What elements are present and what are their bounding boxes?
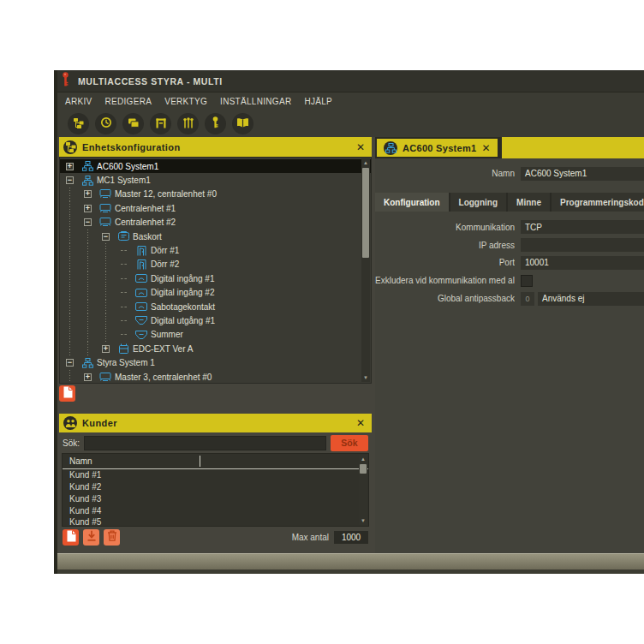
scrollbar[interactable]: ▲ ▼ — [359, 455, 367, 525]
list-item-kund-5[interactable]: Kund #5 — [63, 516, 368, 527]
tree-guide — [66, 271, 84, 285]
scrollbar[interactable]: ▲ ▼ — [361, 158, 370, 382]
detail-tab[interactable]: AC600 System1 ✕ — [375, 137, 499, 158]
tree-item-digital-ing-ng-1[interactable]: Digital ingång #1 — [60, 271, 371, 285]
list-item-kund-1[interactable]: Kund #1 — [63, 469, 368, 481]
leaf-connector — [120, 264, 134, 265]
column-header-row[interactable]: Namn — [63, 454, 368, 469]
tree-guide — [102, 271, 120, 285]
menu-item-arkiv[interactable]: ARKIV — [65, 97, 92, 106]
collapse-icon[interactable]: − — [102, 233, 116, 241]
tree-item-d-rr-2[interactable]: Dörr #2 — [60, 258, 371, 271]
expand-icon[interactable]: + — [66, 163, 80, 170]
global-antipassback-count[interactable]: 0 — [521, 292, 534, 306]
menu-item-redigera[interactable]: REDIGERA — [105, 97, 152, 106]
tree-item-centralenhet-2[interactable]: −Centralenhet #2 — [60, 216, 371, 230]
new-document-button[interactable] — [63, 529, 79, 546]
leaf-connector — [120, 292, 134, 293]
tree-item-styra-system-1[interactable]: −Styra System 1 — [60, 355, 371, 369]
tree-item-ac600-system1[interactable]: +AC600 System1 — [60, 159, 371, 173]
leaf-connector — [120, 320, 134, 321]
expand-icon[interactable]: + — [84, 205, 98, 212]
tree-item-digital-ing-ng-2[interactable]: Digital ingång #2 — [60, 286, 371, 300]
gate-icon — [155, 117, 167, 131]
input-icon — [134, 289, 148, 297]
expand-icon[interactable]: + — [84, 190, 98, 198]
customers-panel: Kunder ✕ Sök: Sök Namn Kund #1Kund #2Kun… — [59, 414, 372, 548]
tab-loggning[interactable]: Loggning — [450, 193, 507, 212]
list-item-kund-4[interactable]: Kund #4 — [63, 504, 368, 516]
customer-rows: Kund #1Kund #2Kund #3Kund #4Kund #5 — [63, 469, 368, 527]
scroll-thumb[interactable] — [360, 464, 367, 474]
tree-item-digital-utg-ng-1[interactable]: Digital utgång #1 — [60, 313, 371, 327]
close-icon[interactable]: ✕ — [481, 143, 490, 153]
close-icon[interactable]: ✕ — [356, 142, 365, 152]
tree-guide — [66, 370, 84, 384]
toolbar-button-tree[interactable] — [68, 113, 89, 134]
tree-item-baskort[interactable]: −Baskort — [60, 230, 371, 243]
tree-item-d-rr-1[interactable]: Dörr #1 — [60, 243, 371, 257]
settings-fields: KommunikationTCPIP adressPort10001Exklud… — [375, 218, 644, 307]
scroll-down-icon[interactable]: ▼ — [359, 516, 367, 525]
collapse-icon[interactable]: − — [66, 176, 80, 184]
tree-item-label: Summer — [151, 330, 183, 339]
new-document-icon — [66, 530, 76, 545]
column-divider[interactable] — [200, 456, 200, 467]
page: { "titlebar": { "title": "MULTIACCESS ST… — [0, 0, 644, 644]
toolbar-button-key[interactable] — [205, 113, 226, 134]
expand-icon[interactable]: + — [102, 345, 116, 353]
board-icon — [116, 231, 130, 242]
input-icon — [134, 302, 148, 311]
column-header-namn: Namn — [69, 456, 92, 466]
search-button[interactable]: Sök — [331, 435, 368, 451]
port-field[interactable]: 10001 — [521, 256, 644, 270]
menu-item-verktyg[interactable]: VERKTYG — [164, 97, 207, 106]
device-config-panel: Enhetskonfiguration ✕ ▲ ▼ +AC600 System1… — [59, 137, 372, 384]
import-button[interactable] — [83, 529, 99, 546]
toolbar-button-gate[interactable] — [150, 113, 171, 134]
tab-programmeringskod[interactable]: Programmeringskod — [552, 193, 644, 212]
new-device-button[interactable] — [59, 385, 75, 402]
tree-item-master-3-centralenhet-0[interactable]: +Master 3, centralenhet #0 — [60, 370, 371, 384]
tree-item-centralenhet-1[interactable]: +Centralenhet #1 — [60, 201, 371, 215]
scroll-thumb[interactable] — [362, 168, 369, 258]
toolbar-button-keys[interactable] — [177, 113, 199, 134]
device-panel-header: Enhetskonfiguration ✕ — [59, 137, 372, 157]
tree-item-label: EDC-EXT Ver A — [133, 344, 193, 354]
tree-item-label: Master 12, centralenhet #0 — [115, 189, 217, 199]
search-input[interactable] — [84, 436, 326, 450]
statusbar — [57, 553, 644, 569]
menu-item-inst-llningar[interactable]: INSTÄLLNINGAR — [220, 97, 291, 106]
tree-item-mc1-system1[interactable]: −MC1 System1 — [60, 173, 371, 187]
tree-item-master-12-centralenhet-0[interactable]: +Master 12, centralenhet #0 — [60, 188, 371, 201]
menu-item-hj-lp[interactable]: HJÄLP — [304, 97, 332, 106]
collapse-icon[interactable]: − — [84, 218, 98, 226]
tree-item-sabotagekontakt[interactable]: Sabotagekontakt — [60, 300, 371, 313]
tab-minne[interactable]: Minne — [508, 193, 550, 212]
list-item-kund-3[interactable]: Kund #3 — [63, 492, 368, 504]
tree-guide — [102, 300, 120, 313]
trash-button[interactable] — [104, 529, 120, 546]
max-count-value[interactable]: 1000 — [334, 531, 368, 544]
module-icon — [116, 343, 130, 354]
exkludera-vid-kommunikation-med-alla-system-checkbox[interactable] — [521, 275, 533, 287]
expand-icon[interactable]: + — [84, 373, 98, 381]
tab-konfiguration[interactable]: Konfiguration — [375, 193, 449, 212]
toolbar-button-clock[interactable] — [95, 113, 116, 134]
scroll-up-icon[interactable]: ▲ — [359, 455, 367, 463]
close-icon[interactable]: ✕ — [356, 418, 365, 428]
ip-adress-field[interactable] — [521, 238, 644, 252]
global-antipassback-field[interactable]: Används ej — [538, 292, 644, 306]
collapse-icon[interactable]: − — [66, 359, 80, 367]
tree-item-summer[interactable]: Summer — [60, 328, 371, 342]
tree-item-edc-ext-ver-a[interactable]: +EDC-EXT Ver A — [60, 342, 371, 355]
toolbar-button-book[interactable] — [232, 113, 253, 134]
list-item-kund-2[interactable]: Kund #2 — [63, 481, 368, 493]
toolbar-button-cards[interactable] — [122, 113, 144, 134]
name-field[interactable]: AC600 System1 — [521, 167, 644, 181]
tree-guide — [66, 230, 84, 243]
kommunikation-field[interactable]: TCP — [521, 220, 644, 234]
scroll-down-icon[interactable]: ▼ — [361, 373, 370, 382]
scroll-up-icon[interactable]: ▲ — [361, 158, 370, 167]
device-tree: ▲ ▼ +AC600 System1−MC1 System1+Master 12… — [59, 157, 372, 384]
